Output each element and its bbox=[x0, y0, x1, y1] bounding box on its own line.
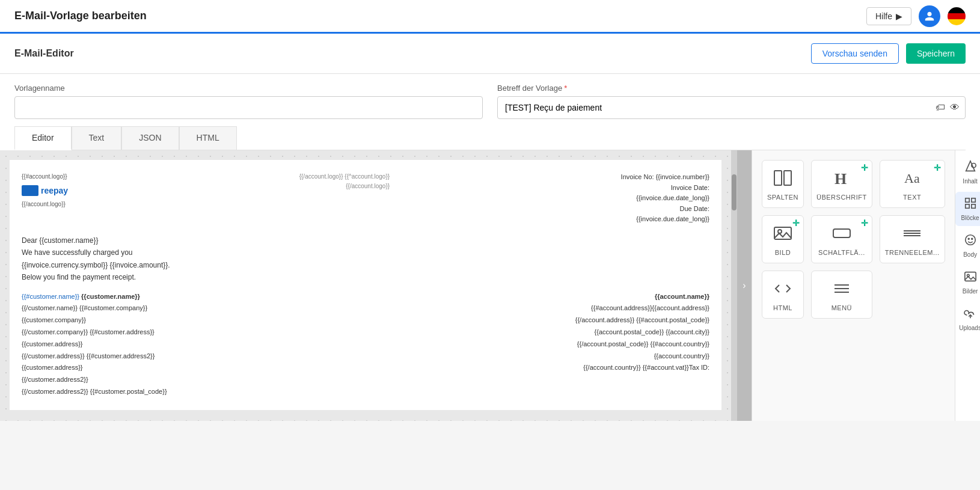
email-customer-col: {{#customer.name}} {{customer.name}} {{/… bbox=[22, 291, 366, 398]
email-logo-right-codes: {{/account.logo}} {{^account.logo}} {{/a… bbox=[299, 172, 390, 191]
template-name-label: Vorlagenname bbox=[14, 84, 483, 93]
svg-point-19 bbox=[965, 235, 975, 245]
svg-rect-18 bbox=[971, 204, 975, 208]
block-spalten[interactable]: SPALTEN bbox=[762, 160, 804, 208]
svg-rect-15 bbox=[965, 198, 969, 202]
subject-input-wrapper: 🏷 👁 bbox=[497, 96, 966, 119]
page-title: E-Mail-Vorlage bearbeiten bbox=[14, 10, 147, 22]
help-label: Hilfe bbox=[875, 11, 892, 21]
blocks-grid: SPALTEN ✛ H ÜBERSCHRIFT ✛ bbox=[762, 160, 945, 319]
email-account-col: {{account.name}} {{#account.address}}{{a… bbox=[366, 291, 709, 398]
tabs-area: Editor Text JSON HTML bbox=[0, 126, 980, 150]
add-icon-bild: ✛ bbox=[792, 218, 800, 228]
avatar-button[interactable] bbox=[919, 5, 940, 27]
invoice-info: Invoice No: {{invoice.number}} Invoice D… bbox=[621, 172, 709, 225]
sidebar-body-label: Body bbox=[963, 251, 977, 258]
sidebar-item-bloecke[interactable]: Blöcke bbox=[955, 192, 980, 226]
block-trennelement-label: TRENNEELEM... bbox=[885, 249, 940, 256]
language-flag[interactable] bbox=[948, 7, 966, 25]
smiley-icon bbox=[964, 233, 977, 250]
top-bar: E-Mail-Vorlage bearbeiten Hilfe ▶ bbox=[0, 0, 980, 34]
block-menue[interactable]: MENÜ bbox=[811, 271, 872, 319]
tag-icon[interactable]: 🏷 bbox=[936, 102, 945, 113]
eye-icon[interactable]: 👁 bbox=[950, 102, 960, 113]
required-marker: * bbox=[564, 84, 567, 93]
editor-body: {{#account.logo}} reepay {{/account.logo… bbox=[0, 150, 980, 421]
svg-rect-6 bbox=[833, 229, 850, 237]
sidebar-bilder-label: Bilder bbox=[963, 288, 978, 295]
columns-icon bbox=[773, 170, 792, 190]
block-ueberschrift[interactable]: ✛ H ÜBERSCHRIFT bbox=[811, 160, 872, 208]
editor-panel-header: E-Mail-Editor Vorschau senden Speichern bbox=[0, 34, 980, 74]
scroll-thumb[interactable] bbox=[732, 174, 737, 210]
sidebar-item-body[interactable]: Body bbox=[955, 228, 980, 263]
save-button[interactable]: Speichern bbox=[906, 43, 966, 64]
block-bild-label: BILD bbox=[775, 249, 791, 256]
collapse-panel-button[interactable]: › bbox=[737, 150, 752, 421]
preview-button[interactable]: Vorschau senden bbox=[811, 43, 899, 64]
subject-label: Betreff der Vorlage* bbox=[497, 84, 966, 93]
block-html-label: HTML bbox=[773, 304, 792, 311]
image2-icon bbox=[964, 270, 977, 286]
add-icon-ueberschrift: ✛ bbox=[861, 163, 868, 173]
image-icon bbox=[773, 225, 792, 245]
sidebar-item-inhalt[interactable]: Inhalt bbox=[955, 155, 980, 189]
sidebar-inhalt-label: Inhalt bbox=[963, 178, 977, 185]
block-text-label: TEXT bbox=[903, 194, 921, 201]
block-html[interactable]: HTML bbox=[762, 271, 804, 319]
editor-panel-title: E-Mail-Editor bbox=[14, 48, 74, 59]
form-area: Vorlagenname Betreff der Vorlage* 🏷 👁 bbox=[0, 74, 980, 126]
svg-rect-0 bbox=[774, 171, 782, 185]
text-icon: Aa bbox=[902, 170, 922, 190]
svg-rect-22 bbox=[964, 272, 975, 281]
reepay-logo-icon bbox=[22, 185, 38, 196]
block-schaltflaeche-label: SCHALTFLÄ... bbox=[818, 249, 865, 256]
scroll-indicator bbox=[731, 150, 737, 421]
subject-input[interactable] bbox=[497, 96, 966, 119]
add-icon-schaltflaeche: ✛ bbox=[861, 218, 868, 228]
block-trennelement[interactable]: TRENNEELEM... bbox=[880, 215, 945, 263]
svg-rect-1 bbox=[784, 171, 791, 185]
block-menue-label: MENÜ bbox=[831, 304, 852, 311]
brand-name: reepay bbox=[41, 184, 68, 197]
svg-rect-16 bbox=[971, 198, 975, 202]
svg-point-20 bbox=[968, 238, 969, 239]
template-name-group: Vorlagenname bbox=[14, 84, 483, 119]
sidebar-bloecke-label: Blöcke bbox=[961, 215, 979, 221]
add-icon-text: ✛ bbox=[934, 163, 941, 173]
editor-panel-actions: Vorschau senden Speichern bbox=[811, 43, 966, 64]
sidebar-uploads-label: Uploads bbox=[959, 325, 980, 331]
tab-editor[interactable]: Editor bbox=[14, 126, 72, 150]
subject-icons: 🏷 👁 bbox=[936, 102, 960, 113]
email-greeting: Dear {{customer.name}} We have successfu… bbox=[22, 234, 709, 284]
svg-point-21 bbox=[971, 238, 972, 239]
svg-text:H: H bbox=[835, 170, 847, 186]
shapes-icon bbox=[964, 160, 977, 176]
block-spalten-label: SPALTEN bbox=[767, 194, 798, 201]
sidebar-item-bilder[interactable]: Bilder bbox=[955, 265, 980, 299]
help-button[interactable]: Hilfe ▶ bbox=[866, 7, 911, 25]
email-logo-row: {{#account.logo}} reepay {{/account.logo… bbox=[22, 172, 709, 225]
heading-icon: H bbox=[832, 170, 851, 190]
top-bar-actions: Hilfe ▶ bbox=[866, 5, 966, 27]
tab-text[interactable]: Text bbox=[72, 126, 122, 150]
email-address-cols: {{#customer.name}} {{customer.name}} {{/… bbox=[22, 291, 709, 398]
tab-html[interactable]: HTML bbox=[179, 126, 237, 150]
block-text[interactable]: ✛ Aa TEXT bbox=[880, 160, 945, 208]
divider-icon bbox=[902, 225, 922, 245]
block-ueberschrift-label: ÜBERSCHRIFT bbox=[816, 194, 867, 201]
right-sidebar: Inhalt Blöcke bbox=[955, 150, 980, 421]
template-name-input[interactable] bbox=[14, 96, 483, 119]
block-schaltflaeche[interactable]: ✛ SCHALTFLÄ... bbox=[811, 215, 872, 263]
menu-icon bbox=[832, 280, 851, 301]
chevron-right-icon: › bbox=[743, 280, 746, 291]
grid-icon bbox=[964, 197, 977, 213]
subject-group: Betreff der Vorlage* 🏷 👁 bbox=[497, 84, 966, 119]
sidebar-item-uploads[interactable]: Uploads bbox=[955, 302, 980, 336]
email-preview[interactable]: {{#account.logo}} reepay {{/account.logo… bbox=[0, 150, 731, 421]
block-bild[interactable]: ✛ BILD bbox=[762, 215, 804, 263]
tab-json[interactable]: JSON bbox=[121, 126, 179, 150]
svg-marker-13 bbox=[966, 161, 975, 171]
button-icon bbox=[832, 225, 851, 245]
right-panel: SPALTEN ✛ H ÜBERSCHRIFT ✛ bbox=[752, 150, 980, 421]
